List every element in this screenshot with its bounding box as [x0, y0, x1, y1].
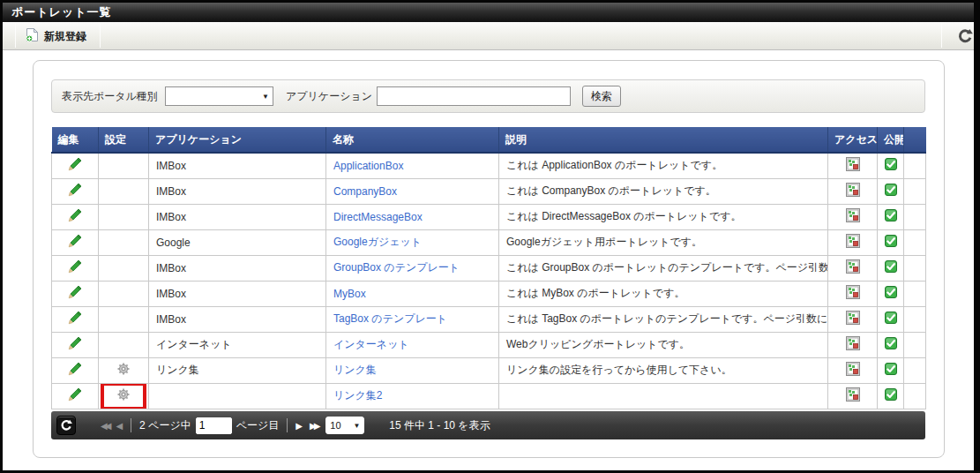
name-cell: GroupBox のテンプレート — [326, 255, 499, 281]
portlet-name-link[interactable]: CompanyBox — [333, 185, 397, 198]
search-button[interactable]: 検索 — [582, 86, 621, 107]
page-number-input[interactable] — [196, 417, 232, 434]
access-cell — [828, 204, 878, 229]
name-cell: リンク集2 — [326, 383, 499, 409]
pager-refresh-button[interactable] — [56, 416, 76, 435]
edit-pencil-icon[interactable] — [68, 362, 82, 379]
gear-icon[interactable] — [116, 387, 131, 404]
previous-page-icon[interactable]: ◀ — [116, 421, 123, 431]
spacer-cell — [904, 204, 926, 229]
access-permission-icon[interactable] — [846, 362, 860, 379]
settings-cell — [99, 383, 149, 409]
portlet-name-link[interactable]: インターネット — [333, 338, 409, 350]
edit-pencil-icon[interactable] — [68, 183, 82, 199]
settings-cell — [99, 229, 149, 255]
name-cell: リンク集 — [326, 357, 499, 383]
description-cell: これは MyBox のポートレットです。 — [499, 281, 828, 306]
new-registration-button[interactable]: 新規登録 — [19, 25, 94, 48]
table-row: リンク集 リンク集 リンク集の設定を行ってから使用して下さい。 — [52, 357, 926, 383]
application-cell: IMBox — [149, 153, 326, 178]
access-permission-icon[interactable] — [846, 157, 860, 174]
page-size-select[interactable]: 10 ▼ — [325, 417, 364, 434]
public-cell — [878, 153, 904, 178]
search-filter-bar: 表示先ポータル種別 ▼ アプリケーション 検索 — [51, 79, 925, 113]
public-checkbox-icon — [885, 260, 897, 275]
public-cell — [878, 332, 904, 357]
gear-icon[interactable] — [116, 362, 131, 379]
application-cell — [149, 383, 326, 409]
edit-pencil-icon[interactable] — [68, 157, 82, 174]
public-checkbox-icon — [885, 312, 897, 327]
edit-pencil-icon[interactable] — [68, 234, 82, 251]
portal-type-select[interactable]: ▼ — [165, 86, 273, 106]
application-cell: Google — [149, 229, 326, 255]
edit-pencil-icon[interactable] — [68, 311, 82, 327]
content-panel: 表示先ポータル種別 ▼ アプリケーション 検索 編集 設定 アプリケーション 名… — [33, 60, 945, 458]
edit-cell — [52, 178, 99, 204]
edit-pencil-icon[interactable] — [68, 336, 82, 353]
access-permission-icon[interactable] — [846, 387, 860, 404]
portlet-name-link[interactable]: TagBox のテンプレート — [333, 312, 447, 325]
portlet-name-link[interactable]: DirectMessageBox — [333, 211, 423, 223]
application-label: アプリケーション — [286, 89, 372, 104]
public-cell — [878, 357, 904, 383]
access-permission-icon[interactable] — [846, 336, 860, 353]
portlet-name-link[interactable]: リンク集 — [333, 364, 377, 376]
settings-cell — [99, 306, 149, 332]
edit-cell — [52, 383, 99, 409]
settings-cell — [99, 204, 149, 229]
edit-pencil-icon[interactable] — [68, 208, 82, 225]
application-input[interactable] — [377, 86, 571, 106]
public-cell — [878, 204, 904, 229]
refresh-icon[interactable] — [957, 28, 973, 44]
table-row: IMBox CompanyBox これは CompanyBox のポートレットで… — [52, 178, 926, 204]
settings-cell — [99, 281, 149, 306]
access-permission-icon[interactable] — [846, 311, 860, 327]
public-checkbox-icon — [885, 209, 897, 224]
header-access: アクセス — [828, 127, 878, 153]
portlet-name-link[interactable]: リンク集2 — [333, 389, 383, 402]
access-permission-icon[interactable] — [846, 208, 860, 225]
first-page-icon[interactable]: ◀◀ — [101, 421, 108, 431]
edit-pencil-icon[interactable] — [68, 387, 82, 404]
public-checkbox-icon — [885, 363, 897, 378]
app-window: ポートレット一覧 新規登録 表示先ポータル種別 — [0, 0, 980, 473]
access-permission-icon[interactable] — [846, 234, 860, 251]
edit-cell — [52, 204, 99, 229]
access-permission-icon[interactable] — [846, 259, 860, 276]
access-cell — [828, 178, 878, 204]
edit-cell — [52, 255, 99, 281]
public-checkbox-icon — [885, 158, 897, 173]
edit-cell — [52, 229, 99, 255]
header-edit: 編集 — [52, 127, 99, 153]
page-size-value: 10 — [330, 420, 340, 431]
portlet-name-link[interactable]: MyBox — [333, 288, 366, 300]
portlet-name-link[interactable]: GroupBox のテンプレート — [333, 261, 460, 274]
portlet-name-link[interactable]: Googleガジェット — [333, 236, 422, 248]
description-cell — [499, 383, 828, 409]
public-checkbox-icon — [885, 337, 897, 352]
header-settings: 設定 — [99, 127, 149, 153]
table-row: IMBox MyBox これは MyBox のポートレットです。 — [52, 281, 926, 306]
description-cell: Googleガジェット用ポートレットです。 — [499, 229, 828, 255]
spacer-cell — [904, 255, 926, 281]
public-checkbox-icon — [885, 235, 897, 250]
access-cell — [828, 383, 878, 409]
application-cell: インターネット — [149, 332, 326, 357]
access-cell — [828, 153, 878, 178]
table-row: IMBox TagBox のテンプレート これは TagBox のポートレットの… — [52, 306, 926, 332]
last-page-icon[interactable]: ▶▶ — [310, 421, 318, 431]
new-registration-label: 新規登録 — [44, 29, 86, 44]
access-permission-icon[interactable] — [846, 183, 860, 199]
portlet-name-link[interactable]: ApplicationBox — [333, 160, 403, 172]
header-public: 公開 — [878, 127, 904, 153]
toolbar-separator — [941, 24, 942, 48]
page-suffix-label: ページ目 — [236, 418, 280, 433]
next-page-icon[interactable]: ▶ — [295, 421, 303, 431]
application-cell: IMBox — [149, 306, 326, 332]
description-cell: Webクリッピングポートレットです。 — [499, 332, 828, 357]
edit-pencil-icon[interactable] — [68, 285, 82, 302]
edit-pencil-icon[interactable] — [68, 259, 82, 276]
access-permission-icon[interactable] — [846, 285, 860, 302]
public-cell — [878, 281, 904, 306]
